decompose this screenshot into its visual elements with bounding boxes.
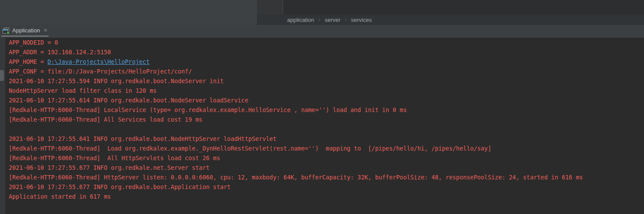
tab-application[interactable]: Application ✕ — [1, 25, 49, 35]
console-text: 2021-06-10 17:27:55.594 INFO org.redkale… — [9, 78, 224, 84]
editor-left-pane — [0, 0, 257, 25]
console-text: Application started in 617 ms — [9, 193, 111, 200]
console-text: APP_NODEID = 0 — [9, 39, 58, 46]
editor-split-strip — [257, 0, 283, 14]
active-tab-underline — [1, 35, 48, 37]
run-toolwindow-tabbar: Application ✕ — [0, 25, 644, 38]
console-line: Application started in 617 ms — [9, 192, 583, 202]
console-line — [9, 125, 583, 134]
console-line: 2021-06-10 17:27:55.641 INFO org.redkale… — [9, 134, 583, 144]
breadcrumb: application›server›services — [257, 14, 644, 25]
editor-right-pane — [283, 0, 644, 14]
console-text: [Redkale-HTTP:6060-Thread] All HttpServl… — [9, 155, 220, 161]
console-text: [Redkale-HTTP:6060-Thread] HttpServer li… — [9, 174, 583, 181]
console-lines: APP_NODEID = 0APP_ADDR = 192.168.124.2:5… — [9, 38, 583, 202]
console-line: APP_CONF = file:/D:/Java-Projects/HelloP… — [9, 67, 583, 77]
console-line: [Redkale-HTTP:6060-Thread] All HttpServl… — [9, 154, 583, 163]
console-line: 2021-06-10 17:27:55.614 INFO org.redkale… — [9, 96, 583, 105]
console-line: 2021-06-10 17:27:55.594 INFO org.redkale… — [9, 77, 583, 86]
console-line: APP_NODEID = 0 — [9, 38, 583, 48]
console-line: NodeHttpServer load filter class in 120 … — [9, 86, 583, 96]
tab-label: Application — [12, 27, 40, 34]
console-icon — [2, 27, 10, 34]
console-line: APP_ADDR = 192.168.124.2:5150 — [9, 48, 583, 57]
console-line: [Redkale-HTTP:6060-Thread] Load org.redk… — [9, 144, 583, 154]
console-text: 2021-06-10 17:27:55.677 INFO org.redkale… — [9, 165, 210, 171]
console-text: [Redkale-HTTP:6060-Thread] Load org.redk… — [9, 145, 491, 152]
breadcrumb-item-server[interactable]: server — [324, 17, 341, 23]
console-text: [Redkale-HTTP:6060-Thread] All Services … — [9, 116, 202, 123]
console-text: APP_CONF = file:/D:/Java-Projects/HelloP… — [9, 68, 192, 75]
console-line: 2021-06-10 17:27:55.677 INFO org.redkale… — [9, 182, 583, 192]
console-line: [Redkale-HTTP:6060-Thread] LocalService … — [9, 105, 583, 115]
breadcrumb-item-application[interactable]: application — [286, 17, 315, 23]
console-text: 2021-06-10 17:27:55.677 INFO org.redkale… — [9, 184, 231, 190]
close-icon[interactable]: ✕ — [44, 28, 48, 33]
console-line: APP_HOME = D:\Java-Projects\HelloProject — [9, 57, 583, 67]
console-text: APP_ADDR = 192.168.124.2:5150 — [9, 49, 111, 56]
console-output: APP_NODEID = 0APP_ADDR = 192.168.124.2:5… — [0, 38, 644, 214]
file-link[interactable]: D:\Java-Projects\HelloProject — [48, 59, 150, 65]
console-text: [Redkale-HTTP:6060-Thread] LocalService … — [9, 107, 407, 113]
console-line: 2021-06-10 17:27:55.677 INFO org.redkale… — [9, 163, 583, 173]
breadcrumb-separator-icon: › — [345, 17, 346, 23]
scrollbar-thumb[interactable] — [0, 70, 4, 81]
console-text: 2021-06-10 17:27:55.614 INFO org.redkale… — [9, 97, 248, 104]
breadcrumb-item-services[interactable]: services — [350, 17, 373, 23]
breadcrumb-separator-icon: › — [319, 17, 320, 23]
console-text: APP_HOME = — [9, 59, 48, 65]
running-badge — [7, 32, 9, 34]
console-text: NodeHttpServer load filter class in 120 … — [9, 88, 157, 94]
console-line: [Redkale-HTTP:6060-Thread] HttpServer li… — [9, 173, 583, 182]
console-left-gutter — [0, 38, 5, 214]
console-text: 2021-06-10 17:27:55.641 INFO org.redkale… — [9, 136, 277, 142]
console-line: [Redkale-HTTP:6060-Thread] All Services … — [9, 115, 583, 125]
